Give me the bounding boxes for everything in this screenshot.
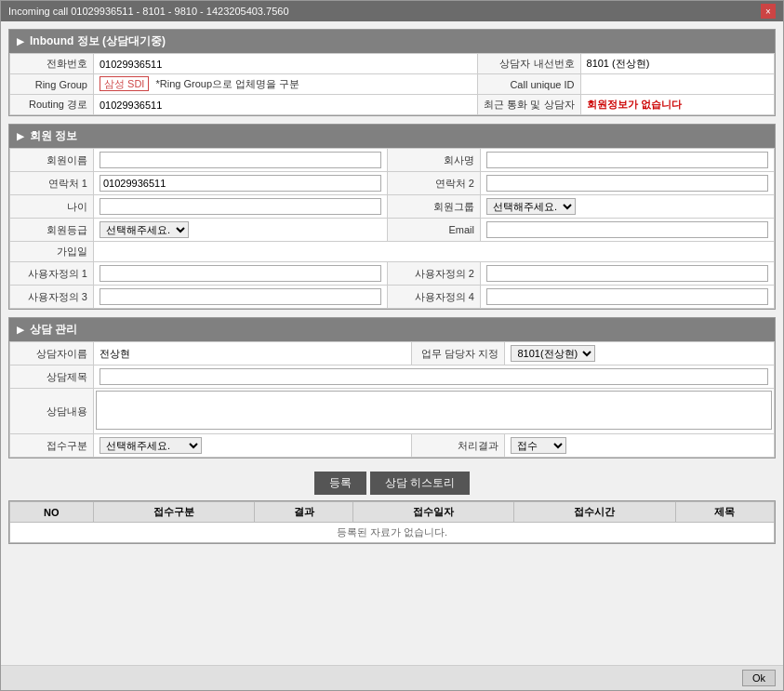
reception-type-cell: 선택해주세요. [94, 434, 412, 458]
member-row-6: 사용자정의 1 사용자정의 2 [10, 262, 775, 286]
custom1-cell [94, 262, 388, 286]
history-header-row: NO 접수구분 결과 접수일자 접수시간 제목 [10, 502, 775, 523]
consultant-header: ▶ 상담 관리 [9, 318, 775, 341]
register-button[interactable]: 등록 [314, 472, 366, 495]
member-name-input[interactable] [100, 152, 381, 168]
contact2-cell [481, 172, 775, 195]
custom3-input[interactable] [100, 288, 381, 305]
contact1-label: 연락처 1 [10, 172, 94, 195]
footer: Ok [1, 665, 783, 690]
member-row-1: 회원이름 회사명 [10, 149, 775, 172]
email-cell [481, 219, 775, 242]
email-input[interactable] [486, 221, 768, 238]
join-date-cell [94, 242, 775, 262]
consultant-row-2: 상담제목 [10, 365, 775, 389]
member-row-7: 사용자정의 3 사용자정의 4 [10, 286, 775, 309]
history-no-data: 등록된 자료가 없습니다. [10, 523, 775, 543]
custom3-cell [94, 286, 388, 309]
history-no-data-row: 등록된 자료가 없습니다. [10, 523, 775, 543]
subject-label: 상담제목 [10, 365, 94, 389]
consultant-row-1: 상담자이름 전상현 업무 담당자 지정 8101(전상현) [10, 342, 775, 365]
age-input[interactable] [100, 198, 381, 215]
history-col-date: 접수일자 [353, 502, 514, 523]
phone-value: 01029936511 [94, 54, 478, 74]
routing-value: 01029936511 [94, 95, 478, 115]
close-button[interactable]: × [761, 4, 776, 19]
last-call-status: 회원정보가 없습니다 [587, 99, 682, 110]
member-row-5: 가입일 [10, 242, 775, 262]
content-textarea[interactable] [96, 391, 772, 430]
ok-button[interactable]: Ok [742, 670, 776, 686]
inbound-header: ▶ Inbound 정보 (상담대기중) [9, 30, 775, 53]
consultant-row-3: 상담내용 [10, 389, 775, 434]
assign-select[interactable]: 8101(전상현) [511, 345, 595, 362]
consultant-name-cell: 전상현 [94, 342, 412, 365]
phone-label: 전화번호 [10, 54, 94, 74]
processing-select[interactable]: 접수 [511, 437, 566, 454]
routing-label: Routing 경로 [10, 95, 94, 115]
member-row-4: 회원등급 선택해주세요. Email [10, 219, 775, 242]
ring-group-badge: 삼성 SDI [100, 76, 149, 91]
processing-label: 처리결과 [412, 434, 505, 458]
inbound-section: ▶ Inbound 정보 (상담대기중) 전화번호 01029936511 상담… [8, 29, 776, 116]
inbound-row-3: Routing 경로 01029936511 최근 통화 및 상담자 회원정보가… [10, 95, 775, 115]
member-group-label: 회원그룹 [388, 195, 481, 219]
contact1-cell [94, 172, 388, 195]
custom2-cell [481, 262, 775, 286]
company-label: 회사명 [388, 149, 481, 172]
last-call-label: 최근 통화 및 상담자 [478, 95, 580, 115]
custom1-label: 사용자정의 1 [10, 262, 94, 286]
member-grade-label: 회원등급 [10, 219, 94, 242]
ring-group-label: Ring Group [10, 74, 94, 95]
member-grade-select[interactable]: 선택해주세요. [100, 221, 189, 238]
history-col-time: 접수시간 [514, 502, 675, 523]
history-section: NO 접수구분 결과 접수일자 접수시간 제목 등록된 자료가 없습니다. [8, 500, 776, 544]
member-table: 회원이름 회사명 연락처 1 연락처 2 나이 회원그룹 [9, 148, 775, 309]
history-col-result: 결과 [254, 502, 352, 523]
custom4-input[interactable] [486, 288, 768, 305]
member-row-2: 연락처 1 연락처 2 [10, 172, 775, 195]
member-row-3: 나이 회원그룹 선택해주세요. [10, 195, 775, 219]
ring-group-cell: 삼성 SDI *Ring Group으로 업체명을 구분 [94, 74, 478, 95]
inbound-table: 전화번호 01029936511 상담자 내선번호 8101 (전상현) Rin… [9, 53, 775, 115]
subject-cell [94, 365, 775, 389]
action-buttons: 등록 상담 히스토리 [8, 466, 776, 500]
custom1-input[interactable] [100, 265, 381, 282]
history-button[interactable]: 상담 히스토리 [370, 472, 470, 495]
history-thead: NO 접수구분 결과 접수일자 접수시간 제목 [10, 502, 775, 523]
reception-type-label: 접수구분 [10, 434, 94, 458]
join-date-label: 가입일 [10, 242, 94, 262]
consultant-section: ▶ 상담 관리 상담자이름 전상현 업무 담당자 지정 8101(전상현) 상담… [8, 317, 776, 458]
custom4-label: 사용자정의 4 [388, 286, 481, 309]
custom2-input[interactable] [486, 265, 768, 282]
member-grade-cell: 선택해주세요. [94, 219, 388, 242]
inbound-title: Inbound 정보 (상담대기중) [30, 33, 166, 49]
consultant-name-label: 상담자이름 [10, 342, 94, 365]
member-name-label: 회원이름 [10, 149, 94, 172]
email-label: Email [388, 219, 481, 242]
content-label: 상담내용 [10, 389, 94, 434]
processing-cell: 접수 [505, 434, 775, 458]
custom2-label: 사용자정의 2 [388, 262, 481, 286]
contact2-label: 연락처 2 [388, 172, 481, 195]
subject-input[interactable] [100, 368, 768, 385]
contact2-input[interactable] [486, 175, 768, 192]
member-group-select[interactable]: 선택해주세요. [486, 198, 576, 215]
reception-type-select[interactable]: 선택해주세요. [100, 437, 202, 454]
consultant-ext-label: 상담자 내선번호 [478, 54, 580, 74]
member-arrow-icon: ▶ [17, 131, 24, 141]
ring-group-note: *Ring Group으로 업체명을 구분 [155, 78, 299, 89]
member-section: ▶ 회원 정보 회원이름 회사명 연락처 1 연락처 2 나이 [8, 124, 776, 310]
title-bar: Incoming call 01029936511 - 8101 - 9810 … [1, 1, 783, 21]
main-content: ▶ Inbound 정보 (상담대기중) 전화번호 01029936511 상담… [1, 21, 783, 665]
custom4-cell [481, 286, 775, 309]
company-input[interactable] [486, 152, 768, 168]
consultant-row-4: 접수구분 선택해주세요. 처리결과 접수 [10, 434, 775, 458]
member-header: ▶ 회원 정보 [9, 125, 775, 148]
consultant-ext-value: 8101 (전상현) [580, 54, 774, 74]
history-col-title: 제목 [675, 502, 774, 523]
contact1-input[interactable] [100, 175, 381, 192]
last-call-value: 회원정보가 없습니다 [580, 95, 774, 115]
consultant-title: 상담 관리 [30, 322, 77, 338]
custom3-label: 사용자정의 3 [10, 286, 94, 309]
